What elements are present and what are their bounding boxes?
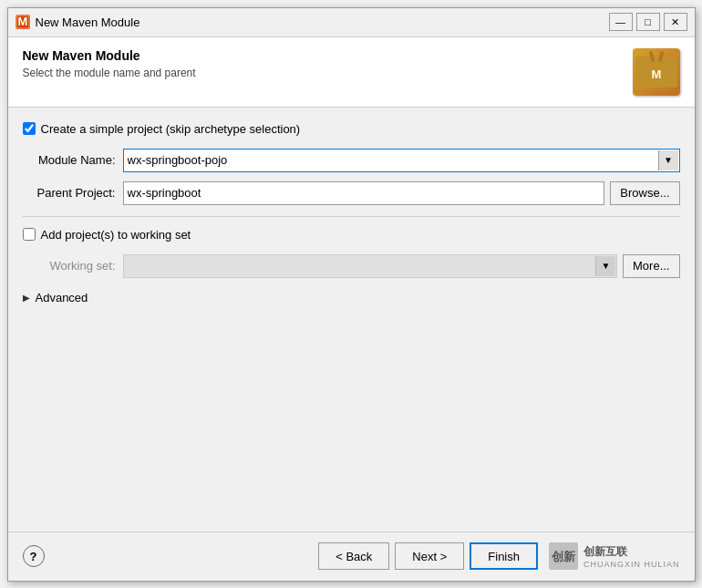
separator-1 [23, 216, 680, 217]
working-set-container: ▼ [123, 254, 618, 278]
working-set-checkbox-row: Add project(s) to working set [23, 228, 680, 242]
next-button[interactable]: Next > [395, 542, 464, 570]
module-name-input[interactable] [123, 149, 680, 172]
footer: ? < Back Next > Finish 创新 创新互联 CHUANGXIN… [8, 531, 695, 581]
help-button[interactable]: ? [23, 545, 45, 567]
close-button[interactable]: ✕ [664, 13, 687, 31]
footer-buttons: < Back Next > Finish [318, 542, 538, 570]
maximize-button[interactable]: □ [636, 13, 660, 31]
advanced-label: Advanced [36, 291, 88, 304]
advanced-row[interactable]: ▶ Advanced [23, 287, 680, 308]
header-section: New Maven Module Select the module name … [8, 37, 695, 108]
page-title: New Maven Module [23, 48, 196, 63]
module-name-container: ▼ [123, 149, 680, 172]
parent-project-input[interactable] [123, 181, 605, 205]
parent-project-container [123, 181, 605, 205]
parent-project-label: Parent Project: [23, 186, 123, 200]
browse-button[interactable]: Browse... [610, 181, 679, 205]
parent-project-row: Parent Project: Browse... [23, 181, 680, 205]
working-set-label: Working set: [23, 259, 123, 273]
advanced-arrow-icon: ▶ [23, 293, 30, 303]
working-set-row: Working set: ▼ More... [23, 254, 680, 278]
simple-project-label[interactable]: Create a simple project (skip archetype … [41, 122, 301, 136]
page-subtitle: Select the module name and parent [23, 67, 196, 79]
watermark: 创新 创新互联 CHUANGXIN HULIAN [549, 542, 680, 570]
content-area: Create a simple project (skip archetype … [8, 108, 695, 531]
watermark-subtext: CHUANGXIN HULIAN [583, 560, 680, 569]
working-set-dropdown-arrow: ▼ [595, 256, 615, 276]
header-text: New Maven Module Select the module name … [23, 48, 196, 79]
add-working-set-label[interactable]: Add project(s) to working set [41, 228, 191, 242]
window-title: New Maven Module [36, 15, 609, 29]
svg-text:M: M [17, 15, 27, 28]
module-name-label: Module Name: [23, 153, 123, 167]
finish-button[interactable]: Finish [470, 542, 538, 570]
simple-project-row: Create a simple project (skip archetype … [23, 122, 680, 136]
svg-text:创新: 创新 [551, 550, 576, 563]
watermark-logo-icon: 创新 [549, 542, 578, 570]
working-set-input [123, 254, 618, 278]
window-controls: — □ ✕ [609, 13, 687, 31]
add-working-set-checkbox[interactable] [23, 228, 36, 241]
module-name-row: Module Name: ▼ [23, 149, 680, 172]
more-button[interactable]: More... [623, 254, 679, 278]
minimize-button[interactable]: — [609, 13, 633, 31]
title-bar: M New Maven Module — □ ✕ [8, 8, 695, 37]
watermark-text: 创新互联 [583, 544, 680, 560]
simple-project-checkbox[interactable] [23, 122, 36, 135]
module-name-dropdown-arrow[interactable]: ▼ [658, 150, 678, 170]
maven-icon: M [633, 48, 680, 96]
main-window: M New Maven Module — □ ✕ New Maven Modul… [7, 7, 696, 582]
window-icon: M [15, 15, 30, 29]
svg-text:M: M [651, 67, 661, 81]
back-button[interactable]: < Back [318, 542, 389, 570]
